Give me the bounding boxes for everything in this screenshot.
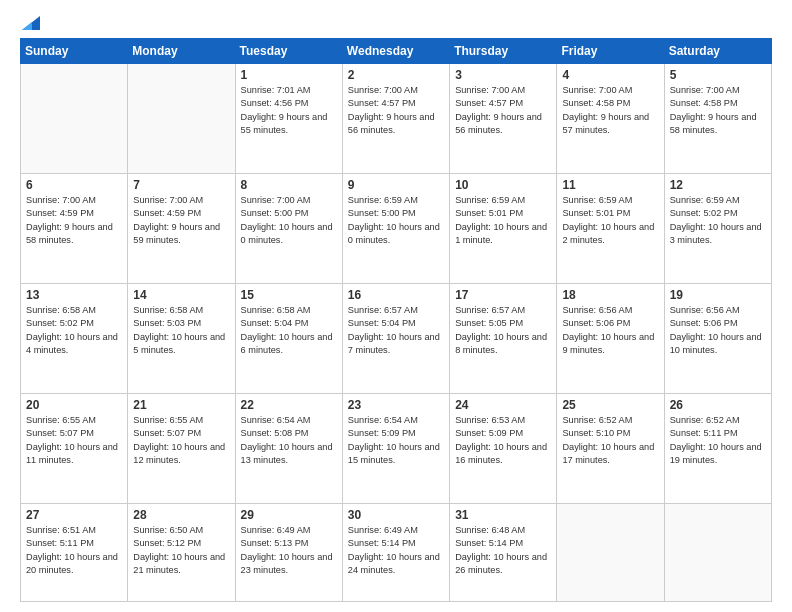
calendar-cell: 2Sunrise: 7:00 AM Sunset: 4:57 PM Daylig… bbox=[342, 64, 449, 174]
day-info: Sunrise: 6:59 AM Sunset: 5:01 PM Dayligh… bbox=[562, 194, 658, 247]
day-info: Sunrise: 6:59 AM Sunset: 5:00 PM Dayligh… bbox=[348, 194, 444, 247]
day-info: Sunrise: 6:50 AM Sunset: 5:12 PM Dayligh… bbox=[133, 524, 229, 577]
calendar-cell: 18Sunrise: 6:56 AM Sunset: 5:06 PM Dayli… bbox=[557, 284, 664, 394]
calendar-cell: 24Sunrise: 6:53 AM Sunset: 5:09 PM Dayli… bbox=[450, 394, 557, 504]
calendar-cell: 9Sunrise: 6:59 AM Sunset: 5:00 PM Daylig… bbox=[342, 174, 449, 284]
calendar-cell: 20Sunrise: 6:55 AM Sunset: 5:07 PM Dayli… bbox=[21, 394, 128, 504]
calendar-week-row: 27Sunrise: 6:51 AM Sunset: 5:11 PM Dayli… bbox=[21, 504, 772, 602]
day-number: 11 bbox=[562, 178, 658, 192]
day-number: 2 bbox=[348, 68, 444, 82]
calendar-week-row: 1Sunrise: 7:01 AM Sunset: 4:56 PM Daylig… bbox=[21, 64, 772, 174]
calendar-cell: 14Sunrise: 6:58 AM Sunset: 5:03 PM Dayli… bbox=[128, 284, 235, 394]
calendar-cell bbox=[557, 504, 664, 602]
day-number: 5 bbox=[670, 68, 766, 82]
calendar-cell: 4Sunrise: 7:00 AM Sunset: 4:58 PM Daylig… bbox=[557, 64, 664, 174]
calendar-cell: 19Sunrise: 6:56 AM Sunset: 5:06 PM Dayli… bbox=[664, 284, 771, 394]
day-info: Sunrise: 6:54 AM Sunset: 5:08 PM Dayligh… bbox=[241, 414, 337, 467]
calendar-week-row: 20Sunrise: 6:55 AM Sunset: 5:07 PM Dayli… bbox=[21, 394, 772, 504]
calendar-cell: 23Sunrise: 6:54 AM Sunset: 5:09 PM Dayli… bbox=[342, 394, 449, 504]
day-info: Sunrise: 6:56 AM Sunset: 5:06 PM Dayligh… bbox=[562, 304, 658, 357]
day-number: 25 bbox=[562, 398, 658, 412]
day-number: 10 bbox=[455, 178, 551, 192]
day-number: 29 bbox=[241, 508, 337, 522]
day-number: 18 bbox=[562, 288, 658, 302]
calendar-cell: 11Sunrise: 6:59 AM Sunset: 5:01 PM Dayli… bbox=[557, 174, 664, 284]
weekday-header-saturday: Saturday bbox=[664, 39, 771, 64]
day-info: Sunrise: 6:57 AM Sunset: 5:04 PM Dayligh… bbox=[348, 304, 444, 357]
day-info: Sunrise: 6:58 AM Sunset: 5:02 PM Dayligh… bbox=[26, 304, 122, 357]
day-number: 3 bbox=[455, 68, 551, 82]
calendar-cell: 8Sunrise: 7:00 AM Sunset: 5:00 PM Daylig… bbox=[235, 174, 342, 284]
day-info: Sunrise: 7:00 AM Sunset: 4:57 PM Dayligh… bbox=[455, 84, 551, 137]
calendar-cell: 30Sunrise: 6:49 AM Sunset: 5:14 PM Dayli… bbox=[342, 504, 449, 602]
calendar-cell: 6Sunrise: 7:00 AM Sunset: 4:59 PM Daylig… bbox=[21, 174, 128, 284]
weekday-header-sunday: Sunday bbox=[21, 39, 128, 64]
day-number: 22 bbox=[241, 398, 337, 412]
day-info: Sunrise: 6:54 AM Sunset: 5:09 PM Dayligh… bbox=[348, 414, 444, 467]
day-info: Sunrise: 6:56 AM Sunset: 5:06 PM Dayligh… bbox=[670, 304, 766, 357]
day-info: Sunrise: 6:52 AM Sunset: 5:10 PM Dayligh… bbox=[562, 414, 658, 467]
day-number: 31 bbox=[455, 508, 551, 522]
calendar-cell bbox=[21, 64, 128, 174]
day-number: 16 bbox=[348, 288, 444, 302]
day-info: Sunrise: 6:55 AM Sunset: 5:07 PM Dayligh… bbox=[133, 414, 229, 467]
day-info: Sunrise: 6:49 AM Sunset: 5:14 PM Dayligh… bbox=[348, 524, 444, 577]
logo bbox=[20, 16, 40, 30]
calendar-cell: 17Sunrise: 6:57 AM Sunset: 5:05 PM Dayli… bbox=[450, 284, 557, 394]
day-number: 1 bbox=[241, 68, 337, 82]
day-info: Sunrise: 7:00 AM Sunset: 4:59 PM Dayligh… bbox=[26, 194, 122, 247]
calendar-cell: 26Sunrise: 6:52 AM Sunset: 5:11 PM Dayli… bbox=[664, 394, 771, 504]
weekday-header-friday: Friday bbox=[557, 39, 664, 64]
day-info: Sunrise: 6:52 AM Sunset: 5:11 PM Dayligh… bbox=[670, 414, 766, 467]
day-info: Sunrise: 6:57 AM Sunset: 5:05 PM Dayligh… bbox=[455, 304, 551, 357]
day-info: Sunrise: 6:59 AM Sunset: 5:02 PM Dayligh… bbox=[670, 194, 766, 247]
calendar-cell: 22Sunrise: 6:54 AM Sunset: 5:08 PM Dayli… bbox=[235, 394, 342, 504]
calendar-cell: 16Sunrise: 6:57 AM Sunset: 5:04 PM Dayli… bbox=[342, 284, 449, 394]
calendar-cell: 10Sunrise: 6:59 AM Sunset: 5:01 PM Dayli… bbox=[450, 174, 557, 284]
day-number: 19 bbox=[670, 288, 766, 302]
day-info: Sunrise: 6:59 AM Sunset: 5:01 PM Dayligh… bbox=[455, 194, 551, 247]
calendar-cell: 27Sunrise: 6:51 AM Sunset: 5:11 PM Dayli… bbox=[21, 504, 128, 602]
day-number: 21 bbox=[133, 398, 229, 412]
svg-marker-1 bbox=[22, 22, 32, 30]
day-number: 13 bbox=[26, 288, 122, 302]
calendar-cell: 21Sunrise: 6:55 AM Sunset: 5:07 PM Dayli… bbox=[128, 394, 235, 504]
weekday-header-thursday: Thursday bbox=[450, 39, 557, 64]
calendar-cell: 31Sunrise: 6:48 AM Sunset: 5:14 PM Dayli… bbox=[450, 504, 557, 602]
day-number: 27 bbox=[26, 508, 122, 522]
page: SundayMondayTuesdayWednesdayThursdayFrid… bbox=[0, 0, 792, 612]
calendar-cell: 25Sunrise: 6:52 AM Sunset: 5:10 PM Dayli… bbox=[557, 394, 664, 504]
weekday-header-monday: Monday bbox=[128, 39, 235, 64]
day-info: Sunrise: 7:00 AM Sunset: 4:58 PM Dayligh… bbox=[670, 84, 766, 137]
calendar-cell bbox=[128, 64, 235, 174]
day-info: Sunrise: 7:00 AM Sunset: 4:57 PM Dayligh… bbox=[348, 84, 444, 137]
day-info: Sunrise: 6:55 AM Sunset: 5:07 PM Dayligh… bbox=[26, 414, 122, 467]
day-info: Sunrise: 7:01 AM Sunset: 4:56 PM Dayligh… bbox=[241, 84, 337, 137]
weekday-header-row: SundayMondayTuesdayWednesdayThursdayFrid… bbox=[21, 39, 772, 64]
calendar-table: SundayMondayTuesdayWednesdayThursdayFrid… bbox=[20, 38, 772, 602]
day-number: 9 bbox=[348, 178, 444, 192]
calendar-cell: 13Sunrise: 6:58 AM Sunset: 5:02 PM Dayli… bbox=[21, 284, 128, 394]
day-info: Sunrise: 7:00 AM Sunset: 4:59 PM Dayligh… bbox=[133, 194, 229, 247]
calendar-cell: 12Sunrise: 6:59 AM Sunset: 5:02 PM Dayli… bbox=[664, 174, 771, 284]
day-info: Sunrise: 6:51 AM Sunset: 5:11 PM Dayligh… bbox=[26, 524, 122, 577]
calendar-cell: 7Sunrise: 7:00 AM Sunset: 4:59 PM Daylig… bbox=[128, 174, 235, 284]
day-info: Sunrise: 6:53 AM Sunset: 5:09 PM Dayligh… bbox=[455, 414, 551, 467]
day-number: 7 bbox=[133, 178, 229, 192]
weekday-header-wednesday: Wednesday bbox=[342, 39, 449, 64]
day-number: 24 bbox=[455, 398, 551, 412]
calendar-cell bbox=[664, 504, 771, 602]
day-number: 6 bbox=[26, 178, 122, 192]
calendar-cell: 29Sunrise: 6:49 AM Sunset: 5:13 PM Dayli… bbox=[235, 504, 342, 602]
day-number: 26 bbox=[670, 398, 766, 412]
day-number: 28 bbox=[133, 508, 229, 522]
day-info: Sunrise: 7:00 AM Sunset: 5:00 PM Dayligh… bbox=[241, 194, 337, 247]
day-info: Sunrise: 6:48 AM Sunset: 5:14 PM Dayligh… bbox=[455, 524, 551, 577]
day-info: Sunrise: 6:58 AM Sunset: 5:04 PM Dayligh… bbox=[241, 304, 337, 357]
logo-icon bbox=[22, 16, 40, 30]
calendar-cell: 1Sunrise: 7:01 AM Sunset: 4:56 PM Daylig… bbox=[235, 64, 342, 174]
calendar-week-row: 13Sunrise: 6:58 AM Sunset: 5:02 PM Dayli… bbox=[21, 284, 772, 394]
day-number: 23 bbox=[348, 398, 444, 412]
day-number: 4 bbox=[562, 68, 658, 82]
day-number: 15 bbox=[241, 288, 337, 302]
